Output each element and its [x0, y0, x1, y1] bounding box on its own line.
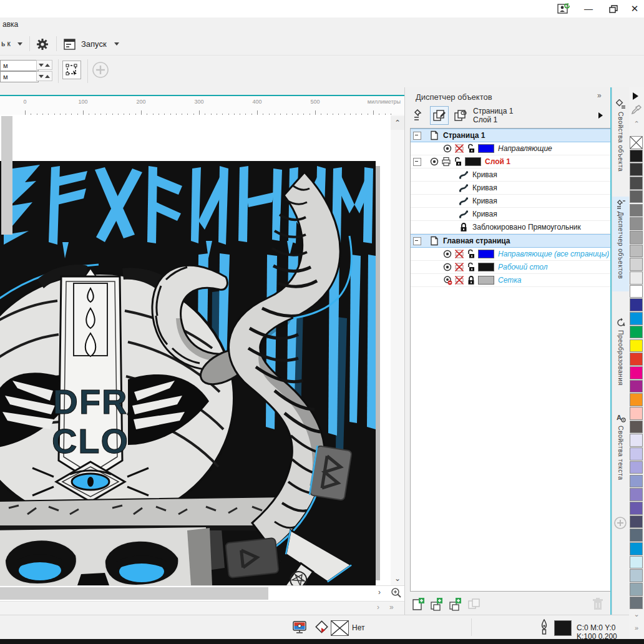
object-row[interactable]: Кривая: [411, 182, 610, 195]
object-row[interactable]: Кривая: [411, 208, 610, 221]
dock-tab-object-manager[interactable]: Диспетчер объектов: [612, 197, 630, 291]
restore-button[interactable]: [604, 2, 623, 16]
lock-open-icon[interactable]: [466, 249, 476, 259]
outline-color-swatch[interactable]: [554, 620, 572, 636]
color-swatch[interactable]: [630, 488, 643, 501]
color-swatch[interactable]: [630, 475, 643, 488]
vertical-scrollbar[interactable]: ⌃ ⌄: [391, 115, 404, 585]
color-swatch[interactable]: [630, 285, 643, 298]
docker-collapse-icon[interactable]: »: [597, 91, 602, 100]
layer-flyout-icon[interactable]: [598, 112, 603, 119]
new-master-layer-button[interactable]: [447, 596, 464, 612]
zoom-tool-icon[interactable]: [391, 587, 402, 598]
quick-customize-button[interactable]: [613, 515, 628, 530]
lock-open-icon[interactable]: [453, 157, 463, 167]
color-swatch[interactable]: [630, 529, 643, 542]
color-swatch[interactable]: [630, 447, 643, 461]
scroll-down-icon[interactable]: ⌄: [391, 572, 404, 585]
width-spinner[interactable]: [36, 60, 52, 70]
layer-row[interactable]: Направляющие (все страницы): [411, 248, 610, 261]
launch-button-label[interactable]: Запуск: [81, 39, 107, 49]
visibility-eye-icon[interactable]: [442, 249, 452, 259]
palette-scroll-up-icon[interactable]: ⌃: [629, 120, 644, 128]
no-color-swatch[interactable]: [630, 136, 643, 149]
color-swatch[interactable]: [630, 231, 643, 244]
horizontal-scroll-thumb[interactable]: [0, 587, 268, 600]
color-swatch[interactable]: [630, 312, 643, 325]
color-swatch[interactable]: [630, 271, 643, 285]
scroll-up-icon[interactable]: ⌃: [391, 116, 404, 130]
dropdown-arrow-icon[interactable]: [17, 42, 22, 46]
tree-expander-icon[interactable]: [413, 158, 421, 166]
new-page-button[interactable]: [410, 596, 426, 612]
color-swatch[interactable]: [630, 380, 643, 393]
lock-open-icon[interactable]: [466, 262, 476, 272]
horizontal-ruler[interactable]: миллиметры 0100200300400500: [0, 87, 404, 115]
color-swatch[interactable]: [630, 298, 643, 311]
layer-manager-view-button[interactable]: [451, 106, 470, 125]
document-color-settings-icon[interactable]: [292, 620, 307, 634]
color-swatch[interactable]: [630, 326, 643, 339]
object-tree[interactable]: Страница 1НаправляющиеСлой 1КриваяКривая…: [410, 128, 611, 592]
printable-off-icon[interactable]: [454, 144, 464, 154]
color-swatch[interactable]: [630, 421, 643, 434]
visibility-eye-icon[interactable]: [442, 144, 452, 154]
viking-artwork[interactable]: DFR CLO: [0, 161, 376, 585]
visibility-eye-icon[interactable]: [429, 157, 439, 167]
dock-tab-text-properties[interactable]: AСвойства текста: [612, 411, 630, 495]
palette-scroll-down-icon[interactable]: ⌄: [629, 610, 644, 618]
palette-expand-icon[interactable]: »: [629, 624, 644, 632]
color-swatch[interactable]: [630, 461, 643, 474]
vertical-scroll-thumb[interactable]: [1, 116, 12, 235]
palette-flyout-icon[interactable]: [633, 92, 638, 100]
color-swatch[interactable]: [630, 515, 643, 529]
menu-item-edit-fragment[interactable]: авка: [2, 20, 18, 29]
color-swatch[interactable]: [630, 150, 643, 163]
drawing-canvas[interactable]: DFR CLO: [0, 115, 404, 585]
layer-row[interactable]: Слой 1: [411, 155, 610, 168]
visibility-eye-icon[interactable]: [442, 262, 452, 272]
color-swatch[interactable]: [630, 258, 643, 271]
object-row[interactable]: Кривая: [411, 195, 610, 208]
fill-color-icon[interactable]: [315, 620, 329, 635]
color-swatch[interactable]: [630, 556, 643, 569]
lock-closed-icon[interactable]: [459, 222, 469, 232]
options-gear-button[interactable]: [35, 37, 50, 52]
color-swatch[interactable]: [630, 190, 643, 203]
export-dropdown-fragment[interactable]: ь к: [1, 39, 11, 48]
new-layer-button[interactable]: [429, 596, 445, 612]
account-session-icon[interactable]: [557, 3, 570, 14]
edit-across-layers-button[interactable]: [430, 106, 449, 125]
pick-transform-button[interactable]: [62, 61, 81, 79]
eyedropper-icon[interactable]: [631, 105, 642, 115]
close-button[interactable]: ✕: [625, 2, 644, 16]
tree-expander-icon[interactable]: [413, 237, 421, 245]
lock-closed-icon[interactable]: [466, 275, 476, 285]
visibility-eye-off-icon[interactable]: [442, 275, 452, 285]
object-row[interactable]: Кривая: [411, 168, 610, 182]
dock-tab-object-properties[interactable]: Свойства объекта: [612, 97, 630, 192]
color-swatch[interactable]: [630, 163, 643, 176]
object-size-width-field[interactable]: м: [0, 60, 39, 71]
color-swatch[interactable]: [630, 245, 643, 258]
tree-expander-icon[interactable]: [413, 132, 421, 140]
layer-row[interactable]: Направляющие: [411, 142, 610, 155]
height-spinner[interactable]: [36, 71, 52, 81]
macro-script-icon[interactable]: [62, 37, 77, 52]
color-swatch[interactable]: [630, 502, 643, 515]
fill-none-swatch[interactable]: [331, 620, 349, 636]
color-swatch[interactable]: [630, 569, 643, 582]
minimize-button[interactable]: —: [579, 2, 598, 16]
color-swatch[interactable]: [630, 393, 643, 406]
color-swatch[interactable]: [630, 339, 643, 353]
color-swatch[interactable]: [630, 177, 643, 190]
launch-dropdown-arrow-icon[interactable]: [114, 42, 119, 46]
layer-row[interactable]: Рабочий стол: [411, 261, 610, 274]
show-properties-button[interactable]: [410, 106, 429, 125]
color-swatch[interactable]: [630, 366, 643, 379]
printable-off-icon[interactable]: [454, 262, 464, 272]
printable-off-icon[interactable]: [454, 249, 464, 259]
object-size-height-field[interactable]: м: [0, 71, 39, 82]
color-swatch[interactable]: [630, 434, 643, 447]
scroll-right-icon[interactable]: ›: [378, 588, 381, 597]
